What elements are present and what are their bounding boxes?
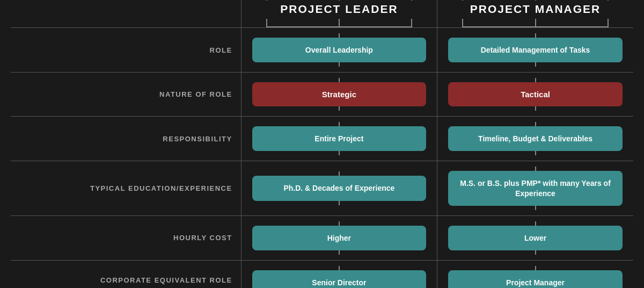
corporate-label: CORPORATE EQUIVALENT ROLE: [11, 260, 241, 288]
nature-label: NATURE OF ROLE: [11, 73, 241, 117]
responsibility-manager-cell: Timeline, Budget & Deliverables: [437, 117, 633, 161]
education-leader-pill: Ph.D. & Decades of Experience: [252, 176, 426, 200]
header-row: PROJECT LEADER: [11, 0, 633, 27]
corporate-manager-pill: Project Manager: [448, 270, 623, 288]
role-leader-cell: Overall Leadership: [241, 27, 437, 72]
role-leader-pill: Overall Leadership: [252, 38, 426, 62]
cost-manager-pill: Lower: [448, 226, 623, 250]
corporate-leader-pill: Senior Director: [252, 270, 426, 288]
role-row: ROLE Overall Leadership Detailed Managem…: [11, 27, 633, 72]
manager-title: PROJECT MANAGER: [448, 3, 623, 18]
responsibility-row: RESPONSIBILITY Entire Project Timeline, …: [11, 117, 633, 161]
leader-title: PROJECT LEADER: [252, 3, 426, 18]
responsibility-label: RESPONSIBILITY: [11, 117, 241, 161]
cost-manager-cell: Lower: [437, 215, 633, 260]
comparison-table: PROJECT LEADER: [11, 0, 633, 288]
responsibility-manager-pill: Timeline, Budget & Deliverables: [448, 126, 623, 151]
responsibility-leader-pill: Entire Project: [252, 126, 426, 151]
role-manager-cell: Detailed Management of Tasks: [437, 27, 633, 72]
header-label-empty: [11, 0, 241, 27]
role-label: ROLE: [11, 27, 241, 72]
education-manager-cell: M.S. or B.S. plus PMP* with many Years o…: [437, 161, 633, 215]
leader-header-cell: PROJECT LEADER: [241, 0, 437, 27]
corporate-leader-cell: Senior Director: [241, 260, 437, 288]
cost-leader-cell: Higher: [241, 215, 437, 260]
nature-manager-pill: Tactical: [448, 82, 623, 106]
cost-leader-pill: Higher: [252, 226, 426, 250]
cost-row: HOURLY COST Higher Lower: [11, 215, 633, 260]
education-label: TYPICAL EDUCATION/EXPERIENCE: [11, 161, 241, 215]
corporate-row: CORPORATE EQUIVALENT ROLE Senior Directo…: [11, 260, 633, 288]
role-manager-pill: Detailed Management of Tasks: [448, 38, 623, 62]
education-manager-pill: M.S. or B.S. plus PMP* with many Years o…: [448, 171, 623, 205]
manager-header-cell: PROJECT MANAGER: [437, 0, 633, 27]
nature-leader-cell: Strategic: [241, 73, 437, 117]
education-row: TYPICAL EDUCATION/EXPERIENCE Ph.D. & Dec…: [11, 161, 633, 215]
cost-label: HOURLY COST: [11, 215, 241, 260]
responsibility-leader-cell: Entire Project: [241, 117, 437, 161]
education-leader-cell: Ph.D. & Decades of Experience: [241, 161, 437, 215]
corporate-manager-cell: Project Manager: [437, 260, 633, 288]
nature-manager-cell: Tactical: [437, 73, 633, 117]
nature-leader-pill: Strategic: [252, 82, 426, 106]
nature-row: NATURE OF ROLE Strategic Tactical: [11, 73, 633, 117]
